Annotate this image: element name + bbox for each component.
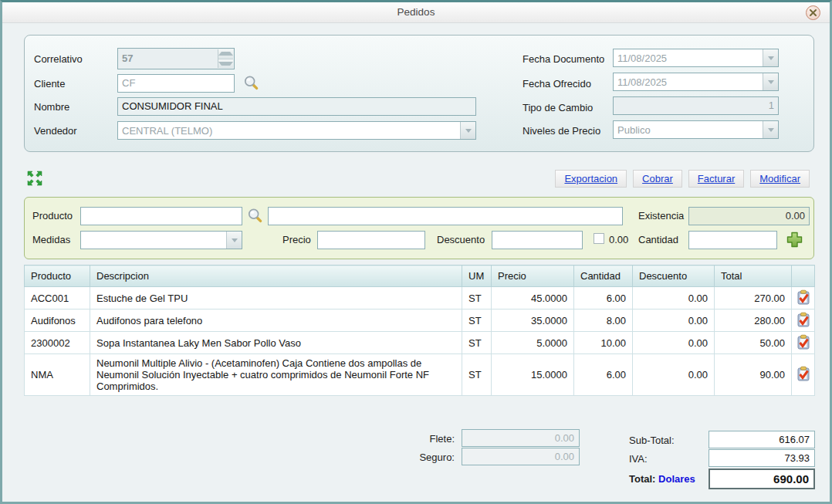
subtotal-field: 616.07 xyxy=(709,431,815,448)
table-row[interactable]: 2300002 Sopa Instantanea Laky Men Sabor … xyxy=(25,332,815,354)
items-table: Producto Descripcion UM Precio Cantidad … xyxy=(24,265,815,396)
producto-search-icon[interactable] xyxy=(247,208,263,224)
correlativo-field[interactable]: 57 xyxy=(117,48,235,69)
subtotal-label: Sub-Total: xyxy=(629,435,675,446)
product-entry-panel: Producto Existencia 0.00 Medidas Precio … xyxy=(24,197,814,259)
col-precio[interactable]: Precio xyxy=(492,266,574,287)
cliente-search-icon[interactable] xyxy=(243,75,259,91)
medidas-select[interactable] xyxy=(80,231,242,249)
fecha-ofrecido-dropdown-button[interactable] xyxy=(763,73,778,90)
cell-total: 280.00 xyxy=(715,310,792,332)
cell-descuento: 0.00 xyxy=(633,354,715,396)
window-title: Pedidos xyxy=(2,6,830,18)
iva-value: 73.93 xyxy=(784,452,810,464)
vendedor-select[interactable]: CENTRAL (TELMO) xyxy=(117,121,476,140)
fecha-documento-dropdown-button[interactable] xyxy=(763,49,778,66)
spinner-down-icon[interactable] xyxy=(218,59,233,69)
iva-field: 73.93 xyxy=(709,449,815,467)
medidas-dropdown-button[interactable] xyxy=(226,232,242,249)
vendedor-label: Vendedor xyxy=(34,125,77,137)
table-header-row: Producto Descripcion UM Precio Cantidad … xyxy=(25,266,815,287)
total-label-group: Total: Dolares xyxy=(629,473,695,485)
chevron-down-icon xyxy=(232,238,238,242)
col-edit xyxy=(792,266,815,287)
close-button[interactable] xyxy=(806,5,820,20)
medidas-label: Medidas xyxy=(32,234,70,245)
col-descuento[interactable]: Descuento xyxy=(633,266,715,287)
descuento-input[interactable] xyxy=(492,231,583,249)
cell-precio: 5.0000 xyxy=(492,332,574,354)
cell-descripcion: Estuche de Gel TPU xyxy=(90,287,462,310)
expand-icon[interactable] xyxy=(27,171,42,186)
cobrar-button[interactable]: Cobrar xyxy=(633,170,682,188)
existencia-field: 0.00 xyxy=(688,207,810,225)
niveles-precio-dropdown-button[interactable] xyxy=(763,121,778,138)
producto-descripcion-input[interactable] xyxy=(268,207,623,225)
add-line-button[interactable] xyxy=(786,231,803,249)
niveles-precio-select[interactable]: Publico xyxy=(613,120,779,139)
nombre-field[interactable]: CONSUMIDOR FINAL xyxy=(117,97,476,116)
col-total[interactable]: Total xyxy=(715,266,792,287)
cell-um: ST xyxy=(462,332,492,354)
seguro-label: Seguro: xyxy=(373,452,455,463)
col-descripcion[interactable]: Descripcion xyxy=(90,266,462,287)
cantidad-input[interactable] xyxy=(688,231,777,249)
fecha-ofrecido-select[interactable]: 11/08/2025 xyxy=(613,73,779,91)
cell-precio: 15.0000 xyxy=(492,354,574,396)
chevron-down-icon xyxy=(768,128,774,132)
edit-row-icon[interactable] xyxy=(796,289,811,305)
exportacion-button[interactable]: Exportacion xyxy=(555,170,627,188)
cell-cantidad: 6.00 xyxy=(574,287,633,310)
cell-cantidad: 10.00 xyxy=(574,332,633,354)
cell-cantidad: 6.00 xyxy=(574,354,633,396)
niveles-precio-value: Publico xyxy=(614,123,763,137)
cell-precio: 45.0000 xyxy=(492,287,574,310)
descuento-checkbox[interactable] xyxy=(594,233,604,244)
table-row[interactable]: Audifonos Audifonos para telefono ST 35.… xyxy=(25,310,815,332)
nombre-value: CONSUMIDOR FINAL xyxy=(122,100,223,112)
edit-row-icon[interactable] xyxy=(796,366,811,381)
table-row[interactable]: NMA Neumonil Multiple Alivio - (Acetamin… xyxy=(25,354,815,396)
col-um[interactable]: UM xyxy=(462,266,492,287)
cobrar-link: Cobrar xyxy=(642,173,673,184)
precio-input[interactable] xyxy=(317,231,425,249)
cell-descuento: 0.00 xyxy=(633,310,715,332)
correlativo-value: 57 xyxy=(122,52,133,64)
vendedor-dropdown-button[interactable] xyxy=(460,122,475,139)
descuento-check-value: 0.00 xyxy=(609,234,628,245)
cell-producto: Audifonos xyxy=(25,310,90,332)
descuento-entry-label: Descuento xyxy=(437,234,485,245)
fecha-ofrecido-value: 11/08/2025 xyxy=(614,75,763,90)
titlebar: Pedidos xyxy=(2,2,830,23)
cantidad-label: Cantidad xyxy=(638,234,678,245)
table-row[interactable]: ACC001 Estuche de Gel TPU ST 45.0000 6.0… xyxy=(25,287,815,310)
edit-row-icon[interactable] xyxy=(796,334,811,350)
col-producto[interactable]: Producto xyxy=(25,266,90,287)
chevron-down-icon xyxy=(768,80,774,84)
cell-total: 90.00 xyxy=(715,354,792,396)
fecha-documento-select[interactable]: 11/08/2025 xyxy=(613,49,779,67)
producto-code-input[interactable] xyxy=(80,207,242,225)
tipo-cambio-label: Tipo de Cambio xyxy=(523,102,593,113)
col-cantidad[interactable]: Cantidad xyxy=(574,266,633,287)
total-field: 690.00 xyxy=(709,468,815,489)
exportacion-link: Exportacion xyxy=(564,173,617,184)
cell-total: 270.00 xyxy=(715,287,792,310)
iva-label: IVA: xyxy=(629,453,648,465)
correlativo-spinner[interactable] xyxy=(218,49,233,68)
chevron-down-icon xyxy=(768,56,774,60)
modificar-button[interactable]: Modificar xyxy=(750,170,810,188)
flete-value: 0.00 xyxy=(555,432,574,444)
cliente-field[interactable]: CF xyxy=(117,74,235,93)
facturar-button[interactable]: Facturar xyxy=(688,170,744,188)
niveles-precio-label: Niveles de Precio xyxy=(523,125,600,137)
seguro-field[interactable]: 0.00 xyxy=(462,448,580,465)
cell-producto: 2300002 xyxy=(25,332,90,354)
tipo-cambio-field[interactable]: 1 xyxy=(613,96,779,115)
edit-row-icon[interactable] xyxy=(796,312,811,327)
cell-total: 50.00 xyxy=(715,332,792,354)
spinner-up-icon[interactable] xyxy=(218,49,233,59)
fecha-ofrecido-label: Fecha Ofrecido xyxy=(523,78,591,90)
existencia-label: Existencia xyxy=(638,210,684,222)
flete-field[interactable]: 0.00 xyxy=(462,429,580,447)
